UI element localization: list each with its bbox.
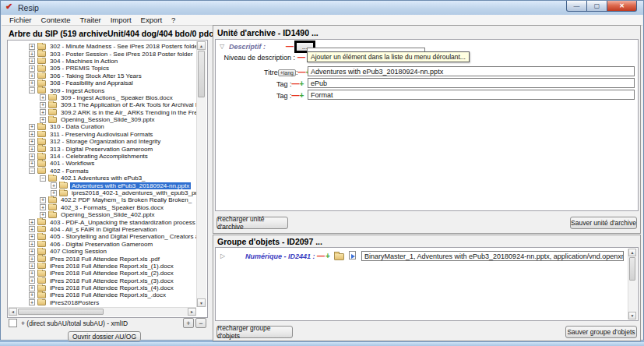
tree-item[interactable]: −309 - Ingest Actions <box>9 86 196 94</box>
tree-item-label[interactable]: 403 - PDF-A_Unpacking the standardizatio… <box>48 219 196 226</box>
og-scroll-thumb[interactable] <box>629 257 635 281</box>
collapse-node-icon[interactable]: − <box>40 175 46 182</box>
title-bar[interactable]: Resip <box>1 1 643 15</box>
tree-item[interactable]: +402_3 - Formats_ Speaker Bios.docx <box>9 204 196 211</box>
tree-item[interactable]: +Adventures with ePub3_20180924-nn.pptx <box>9 182 196 189</box>
tree-item[interactable]: +309 - Ingest Actions_ Speaker Bios.docx <box>9 94 196 101</box>
binary-object-input[interactable]: BinaryMaster_1, Adventures with ePub3_20… <box>361 251 624 261</box>
tree-item[interactable]: −402.1 Adventures with ePub3_ <box>9 175 196 182</box>
tree-item-label[interactable]: 402.2 PDF Mayhem_ Is Broken Really Broke… <box>59 196 193 203</box>
menu-fichier[interactable]: Fichier <box>5 15 37 25</box>
tree-item[interactable]: +iPres 2018 Full Attendee Report.xls_(4)… <box>9 284 196 291</box>
tree-item[interactable]: +312 - Storage Organization and Integrit… <box>9 138 196 145</box>
expand-node-icon[interactable]: + <box>29 146 35 152</box>
expand-node-icon[interactable]: + <box>29 234 35 240</box>
expand-node-icon[interactable]: + <box>51 182 57 189</box>
tree-item-label[interactable]: 407 Closing Session <box>48 248 108 255</box>
menu-traiter[interactable]: Traiter <box>76 15 106 25</box>
expand-node-icon[interactable]: + <box>29 80 35 86</box>
chevron-down-icon[interactable]: ▽ <box>220 43 224 50</box>
tree-item-label[interactable]: iPres 2018 Full Attendee Report.xls_(2).… <box>48 270 175 277</box>
remove-titre-icon[interactable]: — <box>298 68 306 76</box>
expand-node-icon[interactable]: + <box>29 219 35 225</box>
tree-hscroll-thumb[interactable] <box>18 309 104 315</box>
tree-item-label[interactable]: 312 - Storage Organization and Integrity <box>48 138 162 145</box>
open-au-og-folder-button[interactable]: Ouvrir dossier AU/OG <box>68 331 141 341</box>
tree-item-label[interactable]: iPres2018Posters <box>48 299 100 306</box>
remove-object-icon[interactable]: — <box>317 252 325 260</box>
tree-item-label[interactable]: iPres 2018 Full Attendee Report.xls_(4).… <box>48 284 175 291</box>
tree-item[interactable]: +iPres 2018 Full Attendee Report.xls_(1)… <box>9 263 196 270</box>
scroll-down-icon[interactable]: ▼ <box>197 298 206 307</box>
tree-vscroll-thumb[interactable] <box>198 51 205 97</box>
remove-niveau-icon[interactable]: — <box>297 53 305 62</box>
menu-export[interactable]: Export <box>136 15 167 25</box>
menu-contexte[interactable]: Contexte <box>37 15 76 25</box>
chevron-right-icon[interactable]: ▷ <box>220 252 225 260</box>
tree-item[interactable]: +402.2 PDF Mayhem_ Is Broken Really Brok… <box>9 196 196 203</box>
export-file-icon[interactable] <box>348 251 357 260</box>
tree-item[interactable]: +305 - PREMIS Topics <box>9 65 196 72</box>
expand-node-icon[interactable]: + <box>40 212 46 218</box>
expand-node-icon[interactable]: + <box>29 263 35 269</box>
tree-item[interactable]: +Opening_Session_Slide_309.pptx <box>9 116 196 123</box>
remove-tag2-icon[interactable]: — <box>292 91 300 100</box>
maximize-button[interactable]: ▢ <box>587 1 607 12</box>
tree-item[interactable]: +407 Closing Session <box>9 248 196 255</box>
tree-item-label[interactable]: Opening_Session_Slide_309.pptx <box>59 116 157 123</box>
tree-item-label[interactable]: 401 - Workflows <box>48 160 96 167</box>
tree-item-label[interactable]: 313 - Digital Preservation Gameroom <box>48 146 154 153</box>
tree-item[interactable]: +314 - Celebrating Accomplishments <box>9 153 196 160</box>
scroll-left-icon[interactable]: ◄ <box>9 308 17 316</box>
tree-item[interactable]: −402 - Formats <box>9 168 196 175</box>
expand-node-icon[interactable]: + <box>29 44 35 50</box>
tree-item-label[interactable]: 402_3 - Formats_ Speaker Bios.docx <box>59 204 165 211</box>
expand-node-icon[interactable]: + <box>40 94 46 101</box>
save-archive-unit-button[interactable]: Sauver unité d'archive <box>570 217 637 229</box>
tree-item[interactable]: +iPres 2018 Full Attendee Report.xls .pd… <box>9 255 196 262</box>
tree-item[interactable]: +Opening_Session_Slide_402.pptx <box>9 211 196 218</box>
tree-item-label[interactable]: 309.2 ARK is in the Air_ ARKs Trending i… <box>59 109 196 116</box>
tree-vertical-scrollbar[interactable]: ▲ ▼ <box>196 41 206 307</box>
og-scroll-down-icon[interactable]: ▼ <box>628 312 636 320</box>
remove-tag1-icon[interactable]: — <box>292 79 300 88</box>
expand-node-icon[interactable]: + <box>40 102 46 108</box>
tree-item[interactable]: +310 - Data Curation <box>9 123 196 130</box>
tree-item-label[interactable]: iPres 2018 Full Attendee Report.xls_(3).… <box>48 277 175 284</box>
expand-node-icon[interactable]: + <box>40 109 46 115</box>
windows-taskbar[interactable] <box>0 341 644 346</box>
tree-item-label[interactable]: 309 - Ingest Actions_ Speaker Bios.docx <box>59 94 174 101</box>
tree-item[interactable]: +302 - Minute Madness - See iPres 2018 P… <box>9 43 196 50</box>
tree-item-label[interactable]: 314 - Celebrating Accomplishments <box>48 153 150 160</box>
collapse-all-button[interactable]: − <box>195 318 206 328</box>
tree-item[interactable]: +306 - Taking Stock After 15 Years <box>9 72 196 79</box>
tree-item[interactable]: +ipres2018_402-1_adventures_with_epub3_p… <box>9 189 196 196</box>
tree-item[interactable]: +308 - Feasibility and Appraisal <box>9 79 196 86</box>
tag2-input[interactable]: Format <box>308 90 635 100</box>
tree-item[interactable]: +309.2 ARK is in the Air_ ARKs Trending … <box>9 109 196 116</box>
tree-item-label[interactable]: iPres 2018 Full Attendee Report.xls_(1).… <box>48 263 175 270</box>
collapse-node-icon[interactable]: − <box>29 87 35 94</box>
tree-item-label[interactable]: 306 - Taking Stock After 15 Years <box>48 72 143 79</box>
tree-item[interactable]: +iPres2018Posters <box>9 299 196 306</box>
tree-item-label[interactable]: 311 - Preserving Audiovisual Formats <box>48 131 154 138</box>
tree-item[interactable]: +403 - PDF-A_Unpacking the standardizati… <box>9 218 196 225</box>
expand-node-icon[interactable]: + <box>29 131 35 137</box>
tree-item-label[interactable]: ipres2018_402-1_adventures_with_epub3_pe… <box>70 189 196 196</box>
tree-item-label[interactable]: 309 - Ingest Actions <box>48 87 106 94</box>
add-lang-button[interactable]: +lang <box>278 69 296 76</box>
tree-item-label[interactable]: Opening_Session_Slide_402.pptx <box>59 211 157 218</box>
expand-node-icon[interactable]: + <box>29 226 35 232</box>
tree-item[interactable]: +iPres 2018 Full Attendee Report.xls_(3)… <box>9 277 196 284</box>
tree-item[interactable]: +405 - Storytelling and Digital Preserva… <box>9 233 196 240</box>
expand-node-icon[interactable]: + <box>29 161 35 167</box>
tree-item-label[interactable]: 402.1 Adventures with ePub3_ <box>59 175 147 182</box>
menu-import[interactable]: Import <box>106 15 136 25</box>
tree-item-label[interactable]: 305 - PREMIS Topics <box>48 65 111 72</box>
tree-item[interactable]: +304 - Machines in Action <box>9 58 196 65</box>
expand-node-icon[interactable]: + <box>29 72 35 79</box>
expand-node-icon[interactable]: + <box>29 256 35 262</box>
tree-item-label[interactable]: 405 - Storytelling and Digital Preservat… <box>48 233 196 240</box>
expand-node-icon[interactable]: + <box>29 139 35 145</box>
add-tag1-icon[interactable]: + <box>300 79 304 88</box>
